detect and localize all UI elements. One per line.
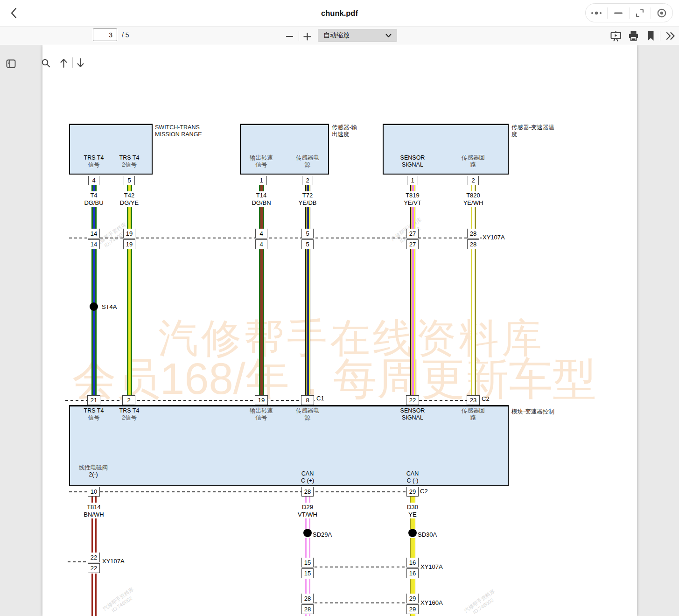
divider [660, 31, 660, 41]
connector-label-xy107a: XY107A [420, 563, 443, 570]
wire-t814-bnwh [91, 518, 97, 553]
terminal-label: 输出转速信号 [240, 154, 282, 168]
connector-pin: 22 [88, 563, 100, 573]
component-label-trans-temp: 传感器-变速器温度 [511, 124, 559, 139]
minus-icon [286, 35, 293, 37]
arrow-up-icon [60, 58, 68, 68]
wire-t42-dgye [127, 249, 132, 395]
connector-label-c2: C2 [420, 488, 428, 495]
wire-label: T42DG/YE [108, 192, 150, 206]
minimize-icon [614, 12, 623, 14]
window-controls [585, 3, 673, 22]
connector-pin: 29 [406, 594, 419, 603]
wire-t814-bnwh [91, 497, 97, 503]
connector-pin: 14 [88, 229, 100, 238]
zoom-out-button[interactable] [284, 31, 295, 42]
connector-label-xy107a: XY107A [483, 234, 505, 241]
wire-color-code: YE [392, 511, 434, 518]
back-button[interactable] [7, 7, 21, 20]
watermark-stamp: 汽修帮手资料库ID:746002 [102, 586, 139, 616]
wire-t819-yevt [410, 207, 415, 229]
wire-t72-yedb [305, 207, 310, 229]
zoom-in-button[interactable] [301, 31, 313, 42]
next-page-button[interactable] [75, 56, 86, 70]
module-pin: 22 [406, 395, 419, 405]
presentation-icon [610, 31, 621, 42]
wire-d30-ye [410, 497, 415, 503]
terminal-label: TRS T42信号 [108, 154, 150, 168]
wire-t820-yewh [471, 249, 476, 395]
connector-label-xy160a: XY160A [420, 599, 443, 606]
arrow-down-icon [77, 58, 84, 68]
search-button[interactable] [40, 57, 52, 69]
page-number-input[interactable] [93, 28, 117, 41]
minimize-button[interactable] [608, 4, 629, 22]
presentation-mode-button[interactable] [609, 30, 622, 42]
wire-color-code: YE/DB [287, 199, 329, 207]
connector-pin: 28 [467, 239, 479, 249]
wire-label: T819YE/VT [392, 192, 434, 206]
connector-pin: 15 [301, 558, 314, 567]
circuit-id: D30 [392, 504, 434, 511]
connector-label-xy107a: XY107A [102, 558, 125, 565]
pdf-page: 汽修帮手在线资料库 会员168/年，每周更新车型 汽修帮手资料库ID:74600… [42, 45, 637, 616]
wire-color-code: YE/VT [392, 199, 434, 207]
module-pin: 21 [87, 395, 100, 405]
expand-icon [635, 8, 644, 18]
connector-dashed-line [419, 400, 467, 401]
more-tools-button[interactable] [665, 30, 677, 42]
print-button[interactable] [627, 30, 639, 42]
connector-label-c1: C1 [316, 395, 324, 402]
wire-label: D30YE [392, 504, 434, 518]
wire-t819-yevt [410, 185, 415, 191]
wire-t72-yedb [305, 249, 310, 395]
previous-page-button[interactable] [58, 56, 69, 70]
connector-dashed-line [65, 400, 316, 401]
circuit-id: D29 [287, 504, 329, 511]
document-title: chunk.pdf [0, 0, 679, 27]
wire-color-code: VT/WH [287, 511, 329, 518]
bookmark-button[interactable] [645, 30, 656, 42]
wire-label: T820YE/WH [452, 192, 494, 206]
terminal-label: CANC (-) [392, 470, 434, 484]
zoom-select-value: 自动缩放 [323, 31, 350, 40]
wire-label: T72YE/DB [287, 192, 329, 206]
component-label-switch: SWITCH-TRANSMISSION RANGE [155, 124, 204, 139]
connector-pin: 4 [255, 229, 267, 238]
pdf-viewport[interactable]: 汽修帮手在线资料库 会员168/年，每周更新车型 汽修帮手资料库ID:74600… [0, 45, 679, 616]
wire-t14-dgbn [259, 249, 264, 395]
terminal-label: 传感器回路 [452, 154, 494, 168]
wire-d29-vtwh [305, 579, 310, 594]
connector-pin: 5 [301, 229, 314, 238]
record-button[interactable] [651, 4, 672, 22]
pin-box: 4 [88, 176, 99, 185]
wire-t819-yevt [410, 249, 415, 395]
module-pin: 29 [406, 487, 419, 497]
sidebar-toggle-button[interactable] [5, 57, 17, 70]
maximize-button[interactable] [629, 4, 651, 22]
splice-label-sd29a: SD29A [313, 531, 332, 538]
wire-d30-ye [410, 518, 415, 529]
wire-d30-ye [410, 614, 415, 616]
terminal-label: 传感器电源 [287, 407, 329, 421]
zoom-select[interactable]: 自动缩放 [318, 29, 397, 42]
connector-pin: 19 [123, 239, 135, 249]
wire-color-code: DG/YE [108, 199, 150, 207]
window-titlebar: chunk.pdf [0, 0, 679, 27]
connector-dashed-line [68, 561, 88, 562]
connector-pin: 27 [406, 229, 419, 238]
connector-pin: 27 [406, 239, 419, 249]
pin-box: 1 [256, 176, 267, 185]
pin-box: 5 [124, 176, 135, 185]
connector-pin: 16 [406, 558, 419, 567]
sidebar-icon [6, 59, 16, 69]
wire-d29-vtwh [305, 538, 310, 558]
circuit-id: T42 [108, 192, 150, 199]
wire-t820-yewh [471, 207, 476, 229]
wire-label: T14DG/BN [240, 192, 282, 206]
bookmark-icon [647, 31, 655, 41]
more-options-button[interactable] [586, 4, 607, 22]
wire-t820-yewh [471, 185, 476, 191]
wire-d29-vtwh [305, 497, 310, 503]
terminal-label: 线性电磁阀2(-) [68, 464, 119, 478]
